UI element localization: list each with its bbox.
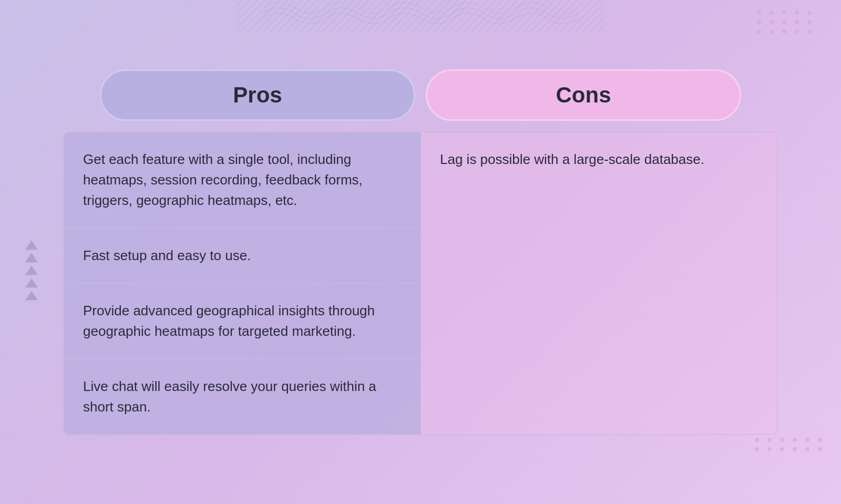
dot — [795, 29, 799, 34]
dot — [757, 20, 761, 24]
dot — [805, 447, 809, 451]
dot — [770, 20, 774, 24]
arrow-up-icon-3 — [25, 265, 38, 275]
dot — [805, 438, 809, 442]
top-right-dots-decoration — [757, 11, 815, 34]
header-row: Pros Cons — [58, 69, 783, 121]
arrow-up-icon-2 — [25, 253, 38, 262]
arrow-up-icon-4 — [25, 278, 38, 287]
dot — [755, 438, 759, 442]
pros-item-1: Get each feature with a single tool, inc… — [64, 132, 420, 229]
dot — [780, 447, 784, 451]
dot — [793, 438, 797, 442]
pros-title: Pros — [233, 83, 282, 107]
pros-item-3: Provide advanced geographical insights t… — [64, 284, 420, 359]
arrow-up-icon-1 — [25, 240, 38, 250]
pros-item-1-text: Get each feature with a single tool, inc… — [83, 151, 363, 208]
bottom-right-dots-decoration — [755, 438, 825, 451]
cons-item-1: Lag is possible with a large-scale datab… — [421, 132, 777, 187]
dot — [793, 447, 797, 451]
cons-header: Cons — [426, 69, 741, 121]
dot — [767, 447, 772, 451]
content-row: Get each feature with a single tool, inc… — [63, 131, 778, 435]
dot — [757, 11, 761, 15]
dot — [780, 438, 784, 442]
pros-column: Get each feature with a single tool, inc… — [64, 132, 421, 434]
dot — [807, 11, 812, 15]
top-wavy-decoration — [263, 0, 578, 26]
dot — [818, 447, 822, 451]
dot — [795, 20, 799, 24]
dot — [770, 29, 774, 34]
pros-header: Pros — [100, 69, 415, 121]
dot — [818, 438, 822, 442]
pros-item-4: Live chat will easily resolve your queri… — [64, 359, 420, 434]
arrow-up-icon-5 — [25, 291, 38, 300]
dot — [782, 11, 786, 15]
dot — [807, 20, 812, 24]
dot — [795, 11, 799, 15]
cons-column: Lag is possible with a large-scale datab… — [421, 132, 777, 434]
dot — [770, 11, 774, 15]
cons-item-1-text: Lag is possible with a large-scale datab… — [440, 151, 704, 167]
pros-item-2-text: Fast setup and easy to use. — [83, 248, 251, 263]
left-arrows-decoration — [25, 240, 38, 300]
dot — [755, 447, 759, 451]
pros-item-2: Fast setup and easy to use. — [64, 229, 420, 284]
dot — [782, 29, 786, 34]
dot — [767, 438, 772, 442]
dot — [807, 29, 812, 34]
dot — [757, 29, 761, 34]
pros-item-3-text: Provide advanced geographical insights t… — [83, 303, 375, 339]
dot — [782, 20, 786, 24]
main-container: Pros Cons Get each feature with a single… — [58, 69, 783, 435]
cons-title: Cons — [556, 83, 611, 107]
pros-item-4-text: Live chat will easily resolve your queri… — [83, 378, 376, 415]
